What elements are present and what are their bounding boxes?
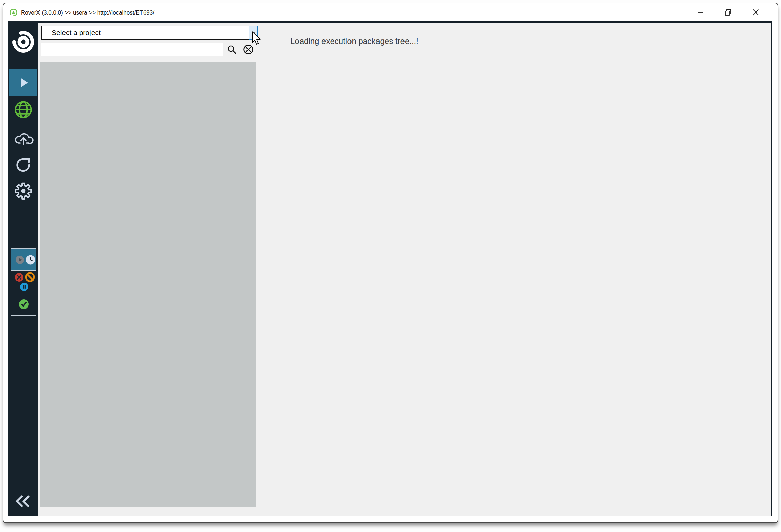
close-button[interactable]	[742, 3, 770, 21]
status-cell-failed-blocked-paused[interactable]	[11, 271, 36, 293]
running-play-icon	[15, 255, 24, 264]
restore-button[interactable]	[714, 3, 742, 21]
failed-x-icon	[15, 273, 24, 282]
play-icon	[17, 76, 30, 89]
nav-refresh-button[interactable]	[11, 153, 35, 177]
window-controls	[686, 3, 770, 21]
project-select-value: ---Select a project---	[42, 29, 108, 37]
gear-icon	[14, 181, 33, 201]
close-icon	[753, 9, 759, 16]
project-select[interactable]: ---Select a project---	[41, 26, 258, 40]
blocked-slash-icon	[25, 272, 35, 282]
globe-icon	[14, 100, 33, 119]
nav-web-button[interactable]	[11, 98, 35, 122]
package-tree-panel[interactable]	[40, 62, 256, 507]
search-icon	[227, 45, 237, 55]
sidebar	[8, 21, 38, 516]
nav-cloud-upload-button[interactable]	[11, 126, 35, 150]
clear-circle-icon	[243, 45, 253, 54]
status-cell-passed[interactable]	[11, 293, 36, 315]
minimize-icon	[697, 9, 703, 16]
pending-clock-icon	[26, 255, 35, 265]
search-input[interactable]	[41, 43, 223, 56]
refresh-icon	[14, 156, 32, 174]
nav-run-button[interactable]	[9, 69, 37, 96]
roverx-logo-icon	[11, 30, 35, 54]
clear-search-button[interactable]	[242, 43, 254, 56]
app-window: RoverX (3.0.0.0) >> usera >> http://loca…	[3, 3, 778, 523]
chevron-down-icon	[251, 31, 255, 34]
restore-icon	[725, 9, 731, 16]
window-title: RoverX (3.0.0.0) >> usera >> http://loca…	[21, 3, 154, 21]
paused-icon	[20, 282, 29, 291]
minimize-button[interactable]	[686, 3, 714, 21]
passed-check-icon	[19, 299, 29, 310]
paw-logo-icon	[9, 8, 18, 17]
desktop-background: RoverX (3.0.0.0) >> usera >> http://loca…	[0, 0, 781, 532]
titlebar: RoverX (3.0.0.0) >> usera >> http://loca…	[3, 3, 778, 21]
loading-panel: Loading execution packages tree...!	[259, 29, 766, 68]
chevron-double-left-icon	[15, 495, 31, 508]
search-button[interactable]	[226, 43, 238, 56]
status-cell-running[interactable]	[11, 249, 36, 271]
loading-message: Loading execution packages tree...!	[259, 29, 766, 46]
cloud-upload-icon	[12, 128, 34, 147]
content-area: ---Select a project---	[38, 21, 772, 516]
nav-settings-button[interactable]	[11, 179, 35, 203]
collapse-sidebar-button[interactable]	[11, 491, 35, 511]
status-filter-group	[11, 248, 36, 316]
dropdown-button[interactable]	[249, 26, 258, 40]
